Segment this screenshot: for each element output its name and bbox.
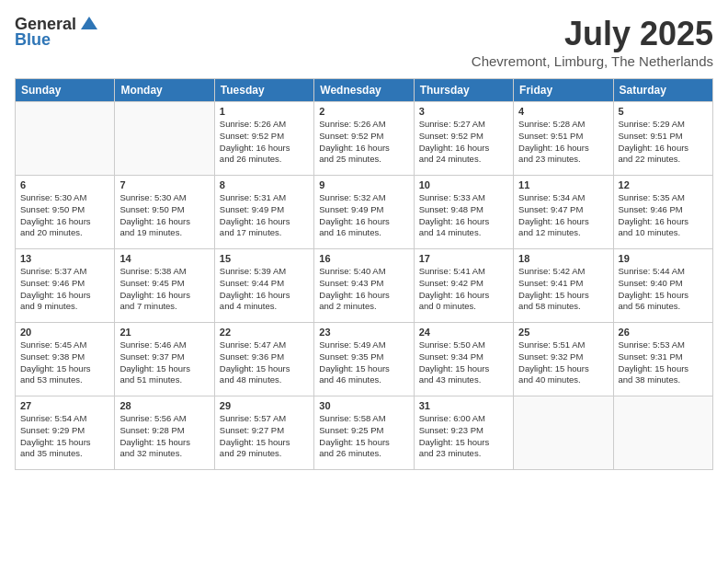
day-detail: Sunrise: 5:27 AM Sunset: 9:52 PM Dayligh… [419, 119, 508, 166]
week-row: 20Sunrise: 5:45 AM Sunset: 9:38 PM Dayli… [16, 323, 713, 396]
calendar-cell: 13Sunrise: 5:37 AM Sunset: 9:46 PM Dayli… [16, 249, 115, 323]
day-detail: Sunrise: 5:38 AM Sunset: 9:45 PM Dayligh… [119, 266, 209, 313]
day-detail: Sunrise: 5:26 AM Sunset: 9:52 PM Dayligh… [220, 119, 309, 166]
day-number: 20 [20, 327, 109, 338]
calendar-cell: 8Sunrise: 5:31 AM Sunset: 9:49 PM Daylig… [214, 176, 313, 249]
calendar-table: SundayMondayTuesdayWednesdayThursdayFrid… [15, 78, 713, 470]
weekday-header: Sunday [16, 79, 115, 102]
day-number: 4 [518, 106, 608, 117]
day-number: 14 [119, 253, 209, 264]
calendar-cell: 6Sunrise: 5:30 AM Sunset: 9:50 PM Daylig… [16, 176, 115, 249]
calendar-cell: 5Sunrise: 5:29 AM Sunset: 9:51 PM Daylig… [613, 102, 712, 176]
day-detail: Sunrise: 5:46 AM Sunset: 9:37 PM Dayligh… [119, 339, 209, 386]
day-number: 27 [20, 400, 109, 411]
month-year-title: July 2025 [472, 15, 713, 53]
day-number: 29 [220, 400, 309, 411]
day-number: 21 [119, 327, 209, 338]
day-number: 28 [119, 400, 209, 411]
day-detail: Sunrise: 5:32 AM Sunset: 9:49 PM Dayligh… [319, 192, 408, 239]
weekday-header: Friday [514, 79, 613, 102]
day-number: 25 [518, 327, 608, 338]
day-number: 6 [20, 179, 109, 190]
page-header: General Blue July 2025 Chevremont, Limbu… [15, 15, 713, 69]
location-subtitle: Chevremont, Limburg, The Netherlands [472, 53, 713, 69]
calendar-cell: 29Sunrise: 5:57 AM Sunset: 9:27 PM Dayli… [214, 396, 313, 470]
day-detail: Sunrise: 5:42 AM Sunset: 9:41 PM Dayligh… [518, 266, 608, 313]
day-detail: Sunrise: 5:47 AM Sunset: 9:36 PM Dayligh… [220, 339, 309, 386]
day-number: 23 [319, 327, 408, 338]
day-number: 30 [319, 400, 408, 411]
day-number: 3 [419, 106, 508, 117]
calendar-cell: 28Sunrise: 5:56 AM Sunset: 9:28 PM Dayli… [115, 396, 214, 470]
day-number: 7 [119, 179, 209, 190]
calendar-cell: 24Sunrise: 5:50 AM Sunset: 9:34 PM Dayli… [414, 323, 513, 396]
day-detail: Sunrise: 5:33 AM Sunset: 9:48 PM Dayligh… [419, 192, 508, 239]
day-number: 12 [619, 179, 708, 190]
calendar-cell: 20Sunrise: 5:45 AM Sunset: 9:38 PM Dayli… [16, 323, 115, 396]
day-number: 13 [20, 253, 109, 264]
logo-triangle-icon [81, 17, 97, 33]
weekday-header: Saturday [613, 79, 712, 102]
weekday-header: Thursday [414, 79, 513, 102]
day-detail: Sunrise: 5:53 AM Sunset: 9:31 PM Dayligh… [619, 339, 708, 386]
day-number: 11 [518, 179, 608, 190]
day-detail: Sunrise: 5:28 AM Sunset: 9:51 PM Dayligh… [518, 119, 608, 166]
title-section: July 2025 Chevremont, Limburg, The Nethe… [472, 15, 713, 69]
day-detail: Sunrise: 5:54 AM Sunset: 9:29 PM Dayligh… [20, 413, 109, 460]
calendar-cell: 26Sunrise: 5:53 AM Sunset: 9:31 PM Dayli… [613, 323, 712, 396]
day-detail: Sunrise: 5:58 AM Sunset: 9:25 PM Dayligh… [319, 413, 408, 460]
day-number: 2 [319, 106, 408, 117]
calendar-cell: 4Sunrise: 5:28 AM Sunset: 9:51 PM Daylig… [514, 102, 613, 176]
day-detail: Sunrise: 5:31 AM Sunset: 9:49 PM Dayligh… [220, 192, 309, 239]
calendar-cell: 9Sunrise: 5:32 AM Sunset: 9:49 PM Daylig… [314, 176, 414, 249]
day-number: 8 [220, 179, 309, 190]
day-number: 9 [319, 179, 408, 190]
calendar-cell: 18Sunrise: 5:42 AM Sunset: 9:41 PM Dayli… [514, 249, 613, 323]
calendar-cell: 16Sunrise: 5:40 AM Sunset: 9:43 PM Dayli… [314, 249, 414, 323]
calendar-cell: 21Sunrise: 5:46 AM Sunset: 9:37 PM Dayli… [115, 323, 214, 396]
day-number: 5 [619, 106, 708, 117]
day-detail: Sunrise: 5:50 AM Sunset: 9:34 PM Dayligh… [419, 339, 508, 386]
day-detail: Sunrise: 5:35 AM Sunset: 9:46 PM Dayligh… [619, 192, 708, 239]
day-number: 10 [419, 179, 508, 190]
calendar-cell: 7Sunrise: 5:30 AM Sunset: 9:50 PM Daylig… [115, 176, 214, 249]
calendar-cell: 12Sunrise: 5:35 AM Sunset: 9:46 PM Dayli… [613, 176, 712, 249]
calendar-cell: 25Sunrise: 5:51 AM Sunset: 9:32 PM Dayli… [514, 323, 613, 396]
calendar-cell: 14Sunrise: 5:38 AM Sunset: 9:45 PM Dayli… [115, 249, 214, 323]
day-number: 22 [220, 327, 309, 338]
week-row: 1Sunrise: 5:26 AM Sunset: 9:52 PM Daylig… [16, 102, 713, 176]
calendar-cell: 27Sunrise: 5:54 AM Sunset: 9:29 PM Dayli… [16, 396, 115, 470]
day-number: 1 [220, 106, 309, 117]
week-row: 13Sunrise: 5:37 AM Sunset: 9:46 PM Dayli… [16, 249, 713, 323]
calendar-cell: 23Sunrise: 5:49 AM Sunset: 9:35 PM Dayli… [314, 323, 414, 396]
day-detail: Sunrise: 5:57 AM Sunset: 9:27 PM Dayligh… [220, 413, 309, 460]
day-detail: Sunrise: 5:51 AM Sunset: 9:32 PM Dayligh… [518, 339, 608, 386]
calendar-cell: 1Sunrise: 5:26 AM Sunset: 9:52 PM Daylig… [214, 102, 313, 176]
day-number: 16 [319, 253, 408, 264]
weekday-header: Monday [115, 79, 214, 102]
day-number: 19 [619, 253, 708, 264]
day-detail: Sunrise: 5:37 AM Sunset: 9:46 PM Dayligh… [20, 266, 109, 313]
day-detail: Sunrise: 5:45 AM Sunset: 9:38 PM Dayligh… [20, 339, 109, 386]
weekday-header-row: SundayMondayTuesdayWednesdayThursdayFrid… [16, 79, 713, 102]
day-detail: Sunrise: 5:39 AM Sunset: 9:44 PM Dayligh… [220, 266, 309, 313]
week-row: 27Sunrise: 5:54 AM Sunset: 9:29 PM Dayli… [16, 396, 713, 470]
day-detail: Sunrise: 5:34 AM Sunset: 9:47 PM Dayligh… [518, 192, 608, 239]
calendar-cell: 10Sunrise: 5:33 AM Sunset: 9:48 PM Dayli… [414, 176, 513, 249]
day-number: 31 [419, 400, 508, 411]
day-detail: Sunrise: 5:41 AM Sunset: 9:42 PM Dayligh… [419, 266, 508, 313]
calendar-cell: 22Sunrise: 5:47 AM Sunset: 9:36 PM Dayli… [214, 323, 313, 396]
day-number: 26 [619, 327, 708, 338]
day-detail: Sunrise: 5:26 AM Sunset: 9:52 PM Dayligh… [319, 119, 408, 166]
day-number: 17 [419, 253, 508, 264]
day-detail: Sunrise: 5:30 AM Sunset: 9:50 PM Dayligh… [20, 192, 109, 239]
day-detail: Sunrise: 6:00 AM Sunset: 9:23 PM Dayligh… [419, 413, 508, 460]
day-detail: Sunrise: 5:44 AM Sunset: 9:40 PM Dayligh… [619, 266, 708, 313]
day-detail: Sunrise: 5:56 AM Sunset: 9:28 PM Dayligh… [119, 413, 209, 460]
calendar-cell: 11Sunrise: 5:34 AM Sunset: 9:47 PM Dayli… [514, 176, 613, 249]
calendar-cell: 15Sunrise: 5:39 AM Sunset: 9:44 PM Dayli… [214, 249, 313, 323]
calendar-cell [16, 102, 115, 176]
day-number: 15 [220, 253, 309, 264]
calendar-cell: 31Sunrise: 6:00 AM Sunset: 9:23 PM Dayli… [414, 396, 513, 470]
logo: General Blue [15, 15, 97, 50]
